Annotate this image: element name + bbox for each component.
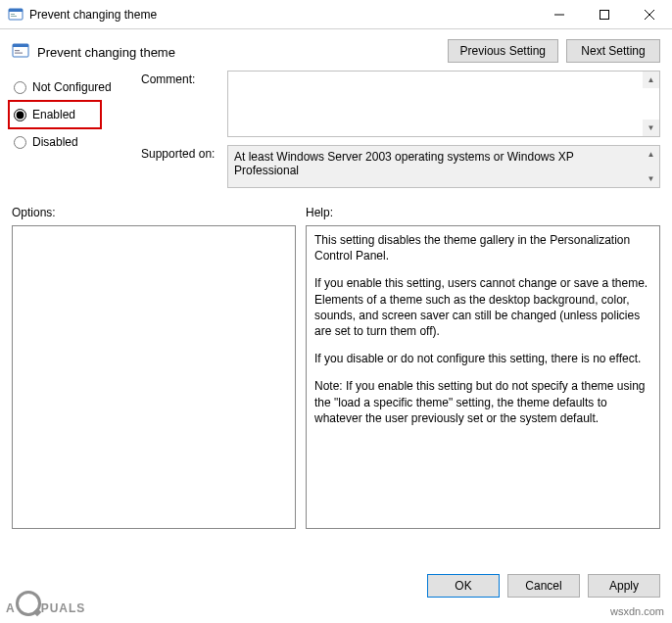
state-radio-group: Not Configured Enabled Disabled bbox=[12, 67, 127, 196]
next-setting-button[interactable]: Next Setting bbox=[566, 39, 660, 63]
radio-not-configured-label: Not Configured bbox=[32, 80, 112, 94]
svg-rect-1 bbox=[9, 9, 23, 12]
close-button[interactable] bbox=[627, 0, 672, 29]
options-panel bbox=[12, 225, 296, 529]
supported-on-box: At least Windows Server 2003 operating s… bbox=[227, 145, 660, 188]
radio-enabled-input[interactable] bbox=[14, 109, 26, 121]
supported-on-text: At least Windows Server 2003 operating s… bbox=[228, 146, 659, 181]
help-text-1: This setting disables the theme gallery … bbox=[314, 232, 651, 264]
brand-right: PUALS bbox=[41, 601, 86, 615]
help-text-2: If you enable this setting, users cannot… bbox=[314, 275, 651, 339]
policy-icon bbox=[12, 42, 29, 60]
cancel-button[interactable]: Cancel bbox=[507, 574, 580, 598]
svg-rect-3 bbox=[11, 16, 17, 17]
radio-enabled[interactable]: Enabled bbox=[8, 100, 102, 129]
titlebar: Prevent changing theme bbox=[0, 0, 672, 29]
brand-left: A bbox=[6, 601, 16, 615]
radio-enabled-label: Enabled bbox=[32, 108, 75, 121]
help-text-3: If you disable or do not configure this … bbox=[314, 351, 651, 366]
maximize-button[interactable] bbox=[582, 0, 627, 29]
help-panel: This setting disables the theme gallery … bbox=[306, 225, 660, 529]
comment-label: Comment: bbox=[141, 71, 227, 137]
scroll-down-icon[interactable]: ▼ bbox=[643, 120, 659, 136]
previous-setting-button[interactable]: Previous Setting bbox=[448, 39, 558, 63]
minimize-button[interactable] bbox=[537, 0, 582, 29]
scroll-up-icon[interactable]: ▲ bbox=[643, 72, 659, 88]
brand-watermark: APUALS bbox=[6, 589, 85, 619]
brand-q-icon bbox=[16, 591, 41, 616]
header-row: Prevent changing theme Previous Setting … bbox=[0, 29, 672, 67]
scroll-up-icon[interactable]: ▲ bbox=[643, 146, 659, 163]
svg-rect-10 bbox=[15, 50, 20, 51]
svg-rect-9 bbox=[13, 44, 28, 47]
apply-button[interactable]: Apply bbox=[588, 574, 660, 598]
radio-not-configured[interactable]: Not Configured bbox=[12, 74, 127, 100]
policy-title: Prevent changing theme bbox=[37, 43, 440, 60]
help-label: Help: bbox=[306, 202, 660, 225]
radio-disabled-label: Disabled bbox=[32, 135, 78, 149]
radio-disabled-input[interactable] bbox=[14, 136, 26, 149]
radio-disabled[interactable]: Disabled bbox=[12, 129, 127, 155]
help-text-4: Note: If you enable this setting but do … bbox=[314, 378, 651, 426]
radio-not-configured-input[interactable] bbox=[14, 81, 26, 94]
svg-rect-5 bbox=[600, 10, 609, 19]
ok-button[interactable]: OK bbox=[427, 574, 500, 598]
svg-rect-11 bbox=[15, 53, 23, 54]
supported-on-label: Supported on: bbox=[141, 145, 227, 188]
comment-textbox[interactable]: ▲ ▼ bbox=[227, 71, 660, 137]
window-title: Prevent changing theme bbox=[29, 8, 537, 22]
svg-rect-2 bbox=[11, 14, 15, 15]
options-label: Options: bbox=[12, 202, 296, 225]
gpedit-icon bbox=[8, 7, 24, 23]
scroll-down-icon[interactable]: ▼ bbox=[643, 170, 659, 187]
dialog-button-bar: OK Cancel Apply bbox=[427, 574, 660, 598]
site-watermark: wsxdn.com bbox=[610, 605, 664, 617]
